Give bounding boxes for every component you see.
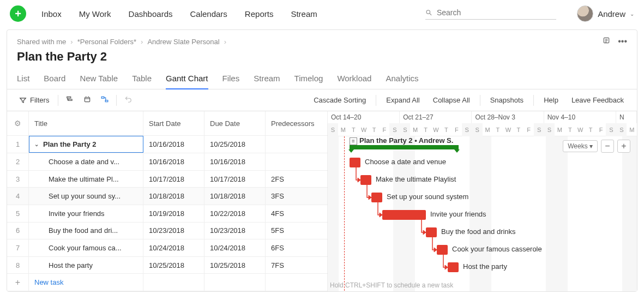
start-cell[interactable]: 10/19/2018 [143, 205, 204, 222]
tab-gantt[interactable]: Gantt Chart [166, 69, 208, 89]
undo-icon[interactable] [120, 95, 136, 105]
user-menu[interactable]: Andrew ⌄ [577, 5, 634, 22]
col-title[interactable]: Title [29, 111, 143, 135]
gantt-chart[interactable]: Oct 14–20Oct 21–27Oct 28–Nov 3Nov 4–10N … [328, 111, 637, 291]
start-cell[interactable]: 10/23/2018 [143, 223, 204, 239]
info-panel-icon[interactable] [603, 37, 610, 46]
start-cell[interactable]: 10/16/2018 [143, 136, 204, 153]
new-task-row[interactable]: + New task [7, 274, 327, 291]
start-cell[interactable]: 10/24/2018 [143, 239, 204, 256]
nav-inbox[interactable]: Inbox [41, 9, 62, 19]
add-row-icon[interactable]: + [7, 274, 29, 291]
pred-cell[interactable]: 6FS [266, 239, 328, 256]
pred-cell[interactable]: 3FS [266, 188, 328, 205]
tab-workload[interactable]: Workload [337, 69, 371, 89]
summary-bar[interactable] [350, 145, 459, 149]
expand-tree-icon[interactable] [66, 95, 74, 105]
start-cell[interactable]: 10/18/2018 [143, 188, 204, 205]
timescale-select[interactable]: Weeks ▾ [563, 140, 598, 152]
col-predecessors[interactable]: Predecessors [266, 111, 328, 135]
gantt-body[interactable]: ≡Plan the Party 2 • Andrew S.Choose a da… [328, 136, 637, 291]
table-row[interactable]: 5 Invite your friends 10/19/2018 10/22/2… [7, 205, 327, 223]
filters-button[interactable]: Filters [14, 96, 55, 104]
tab-newtable[interactable]: New Table [80, 69, 118, 89]
nav-stream[interactable]: Stream [291, 9, 317, 19]
day-label: S [544, 123, 555, 136]
task-title-cell[interactable]: Buy the food and dri... [29, 223, 143, 239]
crumb-andrew[interactable]: Andrew Slate Personal [147, 38, 219, 46]
zoom-in-button[interactable]: + [617, 140, 630, 153]
more-menu-icon[interactable]: ••• [618, 37, 627, 46]
row-num: 7 [7, 239, 29, 256]
pred-cell[interactable] [266, 153, 328, 170]
due-cell[interactable]: 10/18/2018 [204, 188, 266, 205]
task-title-cell[interactable]: Cook your famous ca... [29, 239, 143, 256]
due-cell[interactable]: 10/24/2018 [204, 239, 266, 256]
start-cell[interactable]: 10/17/2018 [143, 171, 204, 188]
summary-label: Plan the Party 2 • Andrew S. [359, 136, 453, 145]
crumb-personal[interactable]: *Personal Folders* [77, 38, 136, 46]
global-search[interactable] [425, 8, 556, 20]
nav-mywork[interactable]: My Work [79, 9, 111, 19]
dependencies-icon[interactable] [101, 95, 109, 105]
table-row[interactable]: 2 Choose a date and v... 10/16/2018 10/1… [7, 153, 327, 171]
cascade-sorting-button[interactable]: Cascade Sorting [307, 96, 372, 104]
help-button[interactable]: Help [537, 96, 565, 104]
zoom-out-button[interactable]: − [601, 140, 614, 153]
start-cell[interactable]: 10/16/2018 [143, 153, 204, 170]
tab-timelog[interactable]: Timelog [294, 69, 323, 89]
day-label: T [565, 123, 575, 136]
task-title-cell[interactable]: Make the ultimate Pl... [29, 171, 143, 188]
feedback-button[interactable]: Leave Feedback [565, 96, 630, 104]
due-cell[interactable]: 10/25/2018 [204, 136, 266, 153]
expand-all-button[interactable]: Expand All [380, 96, 426, 104]
table-row[interactable]: 3 Make the ultimate Pl... 10/17/2018 10/… [7, 171, 327, 188]
pred-cell[interactable]: 5FS [266, 223, 328, 239]
dependency-arrow [441, 253, 452, 272]
task-title-cell[interactable]: Host the party [29, 257, 143, 274]
due-cell[interactable]: 10/17/2018 [204, 171, 266, 188]
tab-board[interactable]: Board [44, 69, 65, 89]
col-start-date[interactable]: Start Date [143, 111, 204, 135]
crumb-shared[interactable]: Shared with me [17, 38, 66, 46]
table-row[interactable]: 6 Buy the food and dri... 10/23/2018 10/… [7, 223, 327, 240]
breadcrumb-row: Shared with me› *Personal Folders*› Andr… [7, 30, 637, 46]
table-row[interactable]: 8 Host the party 10/25/2018 10/25/2018 7… [7, 257, 327, 274]
collapse-all-button[interactable]: Collapse All [426, 96, 477, 104]
search-input[interactable] [437, 8, 556, 17]
pred-cell[interactable]: 7FS [266, 257, 328, 274]
collapse-caret-icon[interactable]: ⌄ [34, 141, 39, 147]
tab-files[interactable]: Files [222, 69, 240, 89]
nav-reports[interactable]: Reports [245, 9, 274, 19]
pred-cell[interactable]: 2FS [266, 171, 328, 188]
due-cell[interactable]: 10/22/2018 [204, 205, 266, 222]
table-row[interactable]: 1 ⌄ Plan the Party 2 10/16/2018 10/25/20… [7, 136, 327, 153]
tab-list[interactable]: List [17, 69, 29, 89]
timescale-controls: Weeks ▾ − + [563, 140, 630, 153]
due-cell[interactable]: 10/16/2018 [204, 153, 266, 170]
snapshots-button[interactable]: Snapshots [484, 96, 530, 104]
tab-stream[interactable]: Stream [254, 69, 280, 89]
calendar-icon[interactable] [83, 95, 91, 105]
tab-table[interactable]: Table [132, 69, 152, 89]
due-cell[interactable]: 10/25/2018 [204, 257, 266, 274]
pred-cell[interactable] [266, 136, 328, 153]
timeline-header: Oct 14–20Oct 21–27Oct 28–Nov 3Nov 4–10N … [328, 111, 637, 136]
task-title: Cook your famous ca... [49, 244, 122, 252]
task-title-cell[interactable]: Choose a date and v... [29, 153, 143, 170]
col-due-date[interactable]: Due Date [204, 111, 266, 135]
task-title-cell[interactable]: Set up your sound sy... [29, 188, 143, 205]
task-title-cell[interactable]: Invite your friends [29, 205, 143, 222]
table-row[interactable]: 7 Cook your famous ca... 10/24/2018 10/2… [7, 239, 327, 257]
due-cell[interactable]: 10/23/2018 [204, 223, 266, 239]
task-title-cell[interactable]: ⌄ Plan the Party 2 [29, 136, 143, 153]
create-button[interactable]: + [10, 5, 26, 22]
pred-cell[interactable]: 4FS [266, 205, 328, 222]
nav-calendars[interactable]: Calendars [190, 9, 227, 19]
table-row[interactable]: 4 Set up your sound sy... 10/18/2018 10/… [7, 188, 327, 205]
start-cell[interactable]: 10/25/2018 [143, 257, 204, 274]
grid-settings-icon[interactable]: ⚙ [7, 111, 29, 135]
tab-analytics[interactable]: Analytics [386, 69, 418, 89]
new-task-cell[interactable]: New task [29, 274, 143, 291]
nav-dashboards[interactable]: Dashboards [129, 9, 173, 19]
